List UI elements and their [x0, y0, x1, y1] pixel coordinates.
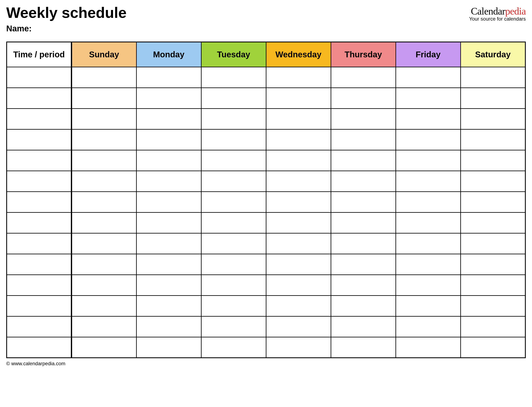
schedule-cell [71, 129, 136, 150]
time-cell [7, 150, 71, 171]
schedule-cell [461, 254, 525, 275]
schedule-cell [461, 316, 525, 337]
table-row [7, 150, 525, 171]
column-header-day: Sunday [71, 42, 136, 67]
table-row [7, 233, 525, 254]
time-cell [7, 316, 71, 337]
time-cell [7, 129, 71, 150]
time-cell [7, 233, 71, 254]
schedule-cell [266, 316, 331, 337]
schedule-cell [266, 150, 331, 171]
schedule-cell [71, 233, 136, 254]
schedule-cell [201, 129, 266, 150]
schedule-cell [331, 171, 396, 192]
schedule-cell [71, 337, 136, 358]
schedule-cell [266, 171, 331, 192]
schedule-cell [266, 109, 331, 129]
name-label: Name: [6, 24, 526, 33]
column-header-day: Friday [396, 42, 461, 67]
schedule-cell [461, 171, 525, 192]
schedule-cell [136, 192, 201, 212]
schedule-cell [396, 150, 461, 171]
time-cell [7, 88, 71, 109]
table-row [7, 129, 525, 150]
schedule-cell [201, 67, 266, 88]
schedule-cell [266, 295, 331, 316]
schedule-cell [266, 275, 331, 295]
time-cell [7, 275, 71, 295]
table-row [7, 67, 525, 88]
schedule-cell [331, 337, 396, 358]
schedule-cell [331, 192, 396, 212]
schedule-cell [136, 88, 201, 109]
brand-tagline: Your source for calendars [469, 16, 526, 22]
schedule-cell [71, 171, 136, 192]
schedule-cell [396, 171, 461, 192]
schedule-cell [396, 337, 461, 358]
schedule-cell [396, 129, 461, 150]
schedule-cell [396, 212, 461, 233]
schedule-cell [201, 316, 266, 337]
time-cell [7, 337, 71, 358]
schedule-cell [136, 109, 201, 129]
schedule-cell [266, 67, 331, 88]
schedule-cell [461, 88, 525, 109]
schedule-cell [396, 316, 461, 337]
time-cell [7, 295, 71, 316]
schedule-cell [201, 171, 266, 192]
schedule-cell [331, 233, 396, 254]
table-row [7, 316, 525, 337]
schedule-cell [201, 212, 266, 233]
schedule-cell [71, 316, 136, 337]
column-header-day: Wednesday [266, 42, 331, 67]
column-header-day: Monday [136, 42, 201, 67]
schedule-cell [396, 254, 461, 275]
schedule-cell [266, 337, 331, 358]
table-row [7, 171, 525, 192]
schedule-cell [136, 150, 201, 171]
schedule-cell [331, 275, 396, 295]
schedule-cell [396, 67, 461, 88]
schedule-cell [201, 150, 266, 171]
schedule-cell [331, 150, 396, 171]
schedule-cell [461, 192, 525, 212]
time-cell [7, 192, 71, 212]
table-row [7, 192, 525, 212]
schedule-cell [331, 67, 396, 88]
schedule-cell [266, 212, 331, 233]
schedule-cell [71, 150, 136, 171]
schedule-cell [331, 212, 396, 233]
schedule-cell [266, 233, 331, 254]
brand-text-part1: Calendar [471, 6, 505, 17]
table-row [7, 254, 525, 275]
schedule-cell [461, 275, 525, 295]
schedule-cell [201, 295, 266, 316]
schedule-cell [201, 275, 266, 295]
schedule-cell [136, 275, 201, 295]
schedule-cell [461, 337, 525, 358]
column-header-time: Time / period [7, 42, 71, 67]
schedule-cell [71, 192, 136, 212]
schedule-cell [396, 275, 461, 295]
schedule-cell [396, 192, 461, 212]
column-header-day: Saturday [461, 42, 525, 67]
column-header-day: Thursday [331, 42, 396, 67]
schedule-cell [136, 316, 201, 337]
table-row [7, 88, 525, 109]
time-cell [7, 67, 71, 88]
time-cell [7, 254, 71, 275]
schedule-cell [136, 67, 201, 88]
schedule-cell [461, 150, 525, 171]
schedule-cell [71, 109, 136, 129]
schedule-cell [136, 233, 201, 254]
column-header-day: Tuesday [201, 42, 266, 67]
schedule-cell [201, 337, 266, 358]
table-row [7, 295, 525, 316]
schedule-cell [331, 129, 396, 150]
schedule-cell [266, 129, 331, 150]
schedule-cell [461, 109, 525, 129]
schedule-cell [331, 88, 396, 109]
schedule-cell [201, 88, 266, 109]
schedule-cell [136, 129, 201, 150]
footer-copyright: © www.calendarpedia.com [6, 361, 526, 367]
